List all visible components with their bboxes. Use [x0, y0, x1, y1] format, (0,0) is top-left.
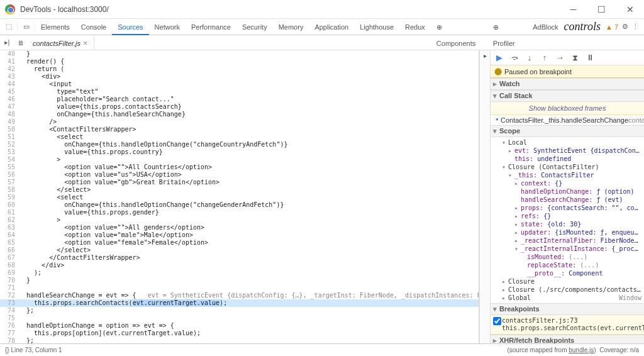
scope-row[interactable]: ▸_reactInternalFiber: FiberNode {tag: 1,… — [499, 236, 641, 245]
callstack-section[interactable]: Call Stack — [491, 90, 644, 102]
file-tab[interactable]: contactsFilter.js × — [28, 35, 94, 50]
panel-tab-elements[interactable]: Elements — [35, 19, 75, 35]
blackbox-link[interactable]: Show blackboxed frames — [529, 104, 606, 112]
step-button[interactable]: → — [555, 53, 565, 63]
scope-row[interactable]: isMounted: (...) — [499, 253, 641, 261]
step-over-button[interactable]: ⤼ — [509, 53, 519, 63]
scope-row[interactable]: replaceState: (...) — [499, 261, 641, 269]
panel-tab-redux[interactable]: Redux — [399, 19, 431, 35]
code-line[interactable]: 40 } — [0, 50, 479, 58]
code-line[interactable]: 46 placeholder="Search contact..." — [0, 96, 479, 103]
code-line[interactable]: 68 </div> — [0, 262, 479, 269]
scope-row[interactable]: ▸refs: {} — [499, 212, 641, 220]
resume-button[interactable]: ▶ — [494, 53, 504, 63]
step-into-button[interactable]: ↓ — [525, 53, 535, 63]
scope-row[interactable]: this: undefined — [499, 155, 641, 163]
code-line[interactable]: 42 return ( — [0, 65, 479, 73]
scope-tree[interactable]: ▾Local▸evt: SyntheticEvent {dispatchConf… — [491, 137, 644, 303]
breakpoint-checkbox[interactable] — [493, 317, 501, 325]
breakpoint-item[interactable]: contactsFilter.js:73 this.props.searchCo… — [491, 315, 644, 335]
xhr-breakpoints-section[interactable]: XHR/fetch Breakpoints — [491, 335, 644, 343]
code-line[interactable]: 51 <select — [0, 133, 479, 141]
code-line[interactable]: 43 <div> — [0, 73, 479, 81]
code-line[interactable]: 65 <option value="female">Female</option… — [0, 239, 479, 247]
pause-on-exceptions-button[interactable]: ⏸ — [585, 53, 595, 63]
inspect-element-icon[interactable]: ⬚ — [0, 23, 18, 31]
panel-tab-adblock[interactable]: AdBlock — [527, 19, 564, 35]
scope-row[interactable]: ▸state: {old: 30} — [499, 220, 641, 228]
code-line[interactable]: 53 value={this.props.country} — [0, 148, 479, 156]
code-line[interactable]: 41 render() { — [0, 58, 479, 65]
code-line[interactable]: 70 } — [0, 277, 479, 284]
minimize-button[interactable]: ─ — [559, 0, 587, 19]
collapse-icon[interactable]: ▸ — [484, 52, 487, 59]
code-line[interactable]: 64 <option value="male">Male</option> — [0, 231, 479, 239]
panel-tab-application[interactable]: Application — [309, 19, 354, 35]
bundle-link[interactable]: bundle.js — [569, 347, 594, 353]
code-line[interactable]: 55 <option value="">All Countries</optio… — [0, 164, 479, 171]
code-line[interactable]: 78 }; — [0, 337, 479, 343]
code-line[interactable]: 75 — [0, 314, 479, 322]
scope-row[interactable]: ▸Closure — [499, 277, 641, 286]
panel-tab-components[interactable]: ⊕ Components — [431, 19, 487, 35]
scope-row[interactable]: ▸props: {contactsSearch: "", country: ""… — [499, 204, 641, 212]
code-line[interactable]: 60 onChange={this.handleOptionChange("ch… — [0, 201, 479, 209]
code-line[interactable]: 56 <option value="us">USA</option> — [0, 171, 479, 179]
deactivate-breakpoints-button[interactable]: ⧗ — [570, 53, 580, 63]
code-line[interactable]: 61 value={this.props.gender} — [0, 209, 479, 216]
code-line[interactable]: 63 <option value="">All genders</option> — [0, 224, 479, 231]
code-line[interactable]: 72 handleSearchChange = evt => { evt = S… — [0, 292, 479, 299]
code-line[interactable]: 58 </select> — [0, 186, 479, 194]
panel-tab-memory[interactable]: Memory — [273, 19, 309, 35]
scope-row[interactable]: ▾_reactInternalInstance: {_processChildC… — [499, 245, 641, 253]
step-out-button[interactable]: ↑ — [540, 53, 550, 63]
scope-row[interactable]: handleOptionChange: ƒ (option) — [499, 187, 641, 196]
code-line[interactable]: 57 <option value="gb">Great Britain</opt… — [0, 179, 479, 186]
code-line[interactable]: 45 type="text" — [0, 88, 479, 96]
code-line[interactable]: 47 value={this.props.contactsSearch} — [0, 103, 479, 111]
code-line[interactable]: 48 onChange={this.handleSearchChange} — [0, 111, 479, 118]
scope-row[interactable]: __proto__: Component — [499, 269, 641, 277]
code-line[interactable]: 59 <select — [0, 194, 479, 201]
navigator-toggle-icon[interactable]: ▸| — [0, 38, 14, 47]
scope-row[interactable]: ▸evt: SyntheticEvent {dispatchConfig: {…… — [499, 147, 641, 155]
panel-tab-performance[interactable]: Performance — [186, 19, 236, 35]
maximize-button[interactable]: ☐ — [587, 0, 616, 19]
code-line[interactable]: 77 this.props[option](evt.currentTarget.… — [0, 330, 479, 337]
code-line[interactable]: 67 </ContactFiltersWrapper> — [0, 254, 479, 262]
code-line[interactable]: 73 this.props.searchContacts(evt.current… — [0, 299, 479, 307]
panel-tab-sources[interactable]: Sources — [112, 19, 148, 35]
panel-tab-lighthouse[interactable]: Lighthouse — [354, 19, 399, 35]
code-line[interactable]: 66 </select> — [0, 247, 479, 254]
code-line[interactable]: 44 <input — [0, 81, 479, 88]
code-editor[interactable]: 40 }41 render() {42 return (43 <div>44 <… — [0, 50, 479, 343]
device-toolbar-icon[interactable]: ▭ — [18, 23, 35, 31]
scope-row[interactable]: ▸GlobalWindow — [499, 294, 641, 302]
panel-tab-console[interactable]: Console — [75, 19, 112, 35]
breakpoints-section[interactable]: Breakpoints — [491, 303, 644, 315]
more-menu-icon[interactable]: ⋮ — [632, 23, 639, 31]
page-icon[interactable]: 🗎 — [14, 39, 28, 47]
panel-tab-profiler[interactable]: ⊕ Profiler — [487, 19, 527, 35]
scope-row[interactable]: ▾Local — [499, 138, 641, 147]
panel-tab-network[interactable]: Network — [149, 19, 186, 35]
scope-row[interactable]: ▸Closure (./src/components/contactsList/… — [499, 286, 641, 294]
code-line[interactable]: 71 — [0, 284, 479, 292]
scope-section[interactable]: Scope — [491, 125, 644, 137]
watch-section[interactable]: Watch — [491, 78, 644, 90]
scope-row[interactable]: handleSearchChange: ƒ (evt) — [499, 196, 641, 204]
code-line[interactable]: 49 /> — [0, 118, 479, 126]
code-line[interactable]: 54 > — [0, 156, 479, 164]
settings-icon[interactable]: ⚙ — [622, 23, 628, 31]
scope-row[interactable]: ▸updater: {isMounted: ƒ, enqueueSetState… — [499, 228, 641, 236]
scope-row[interactable]: ▸context: {} — [499, 179, 641, 187]
code-line[interactable]: 62 > — [0, 216, 479, 224]
code-line[interactable]: 69 ); — [0, 269, 479, 277]
close-button[interactable]: ✕ — [616, 0, 644, 19]
code-line[interactable]: 74 }; — [0, 307, 479, 314]
close-tab-icon[interactable]: × — [83, 36, 87, 51]
scope-row[interactable]: ▾Closure (ContactsFilter) — [499, 163, 641, 171]
panel-tab-security[interactable]: Security — [236, 19, 273, 35]
code-line[interactable]: 52 onChange={this.handleOptionChange("ch… — [0, 141, 479, 148]
scope-row[interactable]: ▾_this: ContactsFilter — [499, 171, 641, 179]
